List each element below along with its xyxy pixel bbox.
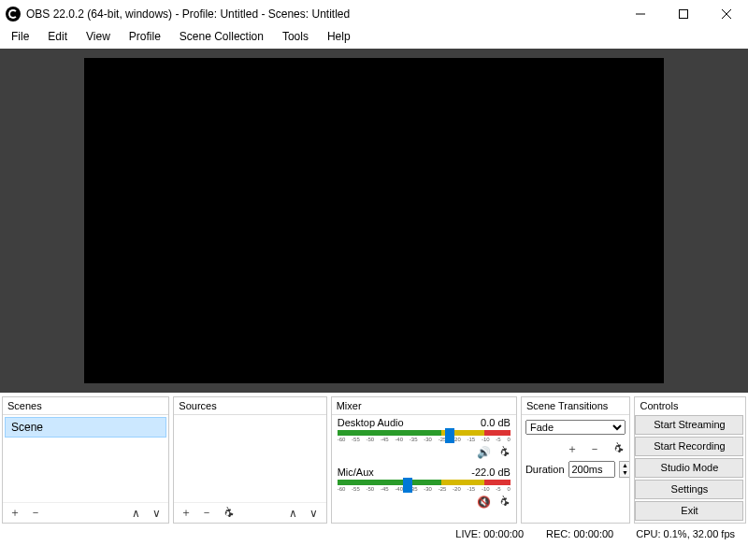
scene-add-button[interactable]: ＋ [7,505,23,522]
transitions-header: Scene Transitions [522,397,630,415]
svg-rect-1 [680,10,688,19]
meter-ticks: -60-55-50-45-40-35-30-25-20-15-10-50 [338,437,511,444]
menu-tools[interactable]: Tools [273,28,318,45]
preview-canvas[interactable] [84,58,664,383]
scenes-panel: Scenes Scene ＋ － ∧ ∨ [2,396,169,524]
exit-button[interactable]: Exit [635,501,743,521]
transition-properties-button[interactable] [609,440,626,457]
duration-spin-up[interactable]: ▲ [620,462,631,469]
controls-panel: Controls Start Streaming Start Recording… [634,396,746,524]
channel-db: 0.0 dB [481,417,511,428]
menu-scene-collection[interactable]: Scene Collection [170,28,273,45]
scenes-header: Scenes [3,397,168,415]
controls-header: Controls [635,397,745,414]
status-cpu: CPU: 0.1%, 32.00 fps [636,528,735,539]
transitions-panel: Scene Transitions Fade ＋ － Duration ▲ ▼ [521,396,631,524]
scenes-list[interactable]: Scene [3,415,168,502]
transition-select[interactable]: Fade [525,420,626,435]
duration-spin-down[interactable]: ▼ [620,469,631,477]
channel-name: Desktop Audio [338,417,404,428]
channel-settings-button[interactable] [496,445,511,460]
scene-remove-button[interactable]: － [27,505,44,522]
source-up-button[interactable]: ∧ [285,505,302,522]
mixer-channel: Desktop Audio0.0 dB-60-55-50-45-40-35-30… [332,415,516,465]
settings-button[interactable]: Settings [635,480,743,499]
source-remove-button[interactable]: － [198,505,215,522]
mixer-channel: Mic/Aux-22.0 dB-60-55-50-45-40-35-30-25-… [332,465,516,514]
scene-item[interactable]: Scene [5,417,166,438]
studio-mode-button[interactable]: Studio Mode [635,458,743,478]
transition-remove-button[interactable]: － [586,440,603,457]
mixer-panel: Mixer Desktop Audio0.0 dB-60-55-50-45-40… [331,396,517,524]
speaker-icon[interactable]: 🔊 [477,445,492,460]
menu-profile[interactable]: Profile [120,28,170,45]
source-properties-button[interactable] [219,505,236,522]
mixer-header: Mixer [332,397,516,415]
source-add-button[interactable]: ＋ [178,505,194,522]
status-rec: REC: 00:00:00 [546,528,613,539]
preview-area [0,49,748,393]
meter-ticks: -60-55-50-45-40-35-30-25-20-15-10-50 [338,486,511,494]
channel-db: -22.0 dB [471,467,511,478]
menu-file[interactable]: File [2,28,38,45]
status-live: LIVE: 00:00:00 [455,528,524,539]
window-close-button[interactable] [705,0,748,28]
source-down-button[interactable]: ∨ [306,505,323,522]
audio-meter [338,430,511,436]
scene-down-button[interactable]: ∨ [148,505,165,522]
menu-edit[interactable]: Edit [38,28,77,45]
status-bar: LIVE: 00:00:00 REC: 00:00:00 CPU: 0.1%, … [0,524,748,543]
start-streaming-button[interactable]: Start Streaming [635,415,743,435]
window-title: OBS 22.0.2 (64-bit, windows) - Profile: … [26,7,619,21]
scene-up-button[interactable]: ∧ [127,505,144,522]
sources-header: Sources [174,397,325,415]
menubar: File Edit View Profile Scene Collection … [0,28,748,49]
channel-name: Mic/Aux [338,467,374,478]
window-minimize-button[interactable] [619,0,662,28]
start-recording-button[interactable]: Start Recording [635,437,743,456]
menu-help[interactable]: Help [318,28,360,45]
audio-meter [338,480,511,485]
volume-slider-thumb[interactable] [403,478,412,493]
speaker-muted-icon[interactable]: 🔇 [477,495,492,510]
menu-view[interactable]: View [77,28,120,45]
obs-logo-icon [6,7,21,22]
channel-settings-button[interactable] [496,495,511,510]
transition-add-button[interactable]: ＋ [564,440,581,457]
duration-label: Duration [525,464,565,475]
duration-input[interactable] [568,461,615,478]
window-maximize-button[interactable] [662,0,705,28]
volume-slider-thumb[interactable] [445,428,454,443]
sources-panel: Sources ＋ － ∧ ∨ [173,396,326,524]
sources-list[interactable] [174,415,325,502]
titlebar: OBS 22.0.2 (64-bit, windows) - Profile: … [0,0,748,28]
